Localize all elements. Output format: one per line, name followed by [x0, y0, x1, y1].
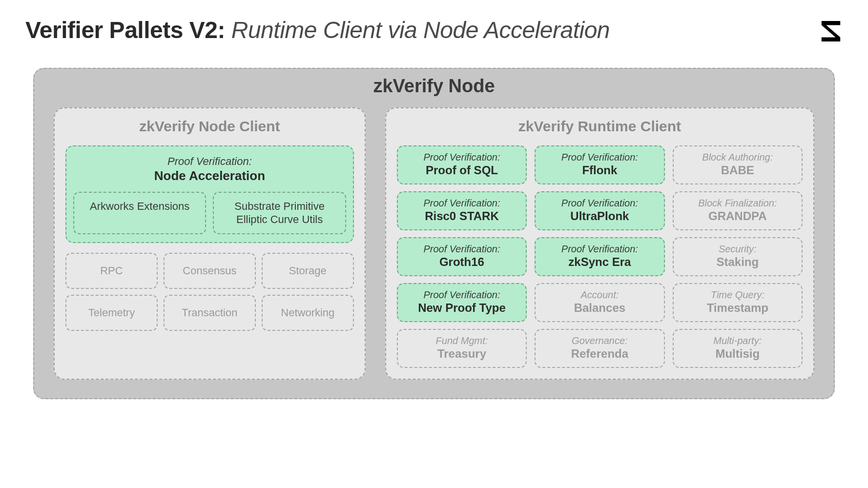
runtime-cell: Proof Verification:New Proof Type [397, 283, 527, 322]
runtime-cell: Governance:Referenda [535, 329, 664, 368]
node-acceleration-pre: Proof Verification: [73, 155, 346, 168]
node-client-title: zkVerify Node Client [65, 118, 354, 135]
node-client-grey-grid: RPC Consensus Storage Telemetry Transact… [65, 253, 354, 331]
runtime-cell-pre: Proof Verification: [402, 289, 522, 301]
svg-marker-0 [822, 21, 840, 41]
runtime-cell-main: Multisig [678, 346, 798, 361]
runtime-cell-main: Proof of SQL [402, 163, 522, 178]
transaction-cell: Transaction [164, 295, 256, 331]
runtime-cell: Proof Verification:Risc0 STARK [397, 191, 527, 230]
node-client-panel: zkVerify Node Client Proof Verification:… [54, 107, 366, 380]
runtime-cell: Multi-party:Multisig [673, 329, 803, 368]
page-title: Verifier Pallets V2: Runtime Client via … [25, 17, 610, 43]
runtime-cell: Block Finalization:GRANDPA [673, 191, 803, 230]
runtime-cell-pre: Time Query: [678, 289, 798, 301]
runtime-client-title: zkVerify Runtime Client [397, 118, 803, 135]
runtime-cell-pre: Proof Verification: [402, 243, 522, 255]
runtime-cell-main: Risc0 STARK [402, 209, 522, 224]
rpc-cell: RPC [65, 253, 158, 289]
title-bold: Verifier Pallets V2: [25, 17, 225, 43]
node-acceleration-block: Proof Verification: Node Acceleration Ar… [65, 145, 354, 243]
runtime-cell: Block Authoring:BABE [673, 145, 803, 184]
consensus-cell: Consensus [164, 253, 256, 289]
runtime-cell-pre: Governance: [539, 335, 660, 346]
telemetry-cell: Telemetry [65, 295, 158, 331]
node-acceleration-subs: Arkworks Extensions Substrate Primitive … [73, 192, 346, 234]
arkworks-extensions: Arkworks Extensions [73, 192, 206, 234]
runtime-cell-main: UltraPlonk [539, 209, 660, 224]
networking-cell: Networking [262, 295, 354, 331]
runtime-cell: Proof Verification:UltraPlonk [535, 191, 664, 230]
runtime-cell-main: Treasury [402, 346, 522, 361]
header: Verifier Pallets V2: Runtime Client via … [25, 17, 843, 43]
runtime-cell-main: Groth16 [402, 255, 522, 269]
storage-cell: Storage [262, 253, 354, 289]
runtime-grid: Proof Verification:Proof of SQLProof Ver… [397, 145, 803, 368]
zkverify-node-title: zkVerify Node [54, 76, 814, 97]
runtime-cell: Fund Mgmt:Treasury [397, 329, 527, 368]
runtime-cell-pre: Block Authoring: [678, 151, 798, 163]
node-acceleration-main: Node Acceleration [73, 168, 346, 184]
runtime-cell-main: Balances [539, 301, 660, 315]
runtime-cell-pre: Proof Verification: [402, 151, 522, 163]
runtime-cell-main: zkSync Era [539, 255, 660, 269]
zkverify-node-panel: zkVerify Node zkVerify Node Client Proof… [33, 68, 835, 399]
columns: zkVerify Node Client Proof Verification:… [54, 107, 814, 380]
runtime-cell-pre: Proof Verification: [539, 243, 660, 255]
runtime-client-panel: zkVerify Runtime Client Proof Verificati… [385, 107, 814, 380]
runtime-cell-pre: Security: [678, 243, 798, 255]
runtime-cell-main: Referenda [539, 346, 660, 361]
runtime-cell: Proof Verification:Groth16 [397, 237, 527, 276]
runtime-cell: Proof Verification:zkSync Era [535, 237, 664, 276]
runtime-cell-main: Staking [678, 255, 798, 269]
title-italic: Runtime Client via Node Acceleration [231, 17, 610, 43]
runtime-cell: Time Query:Timestamp [673, 283, 803, 322]
runtime-cell-pre: Proof Verification: [539, 151, 660, 163]
runtime-cell-main: Timestamp [678, 301, 798, 315]
hourglass-logo-icon [819, 20, 843, 43]
node-acceleration-head: Proof Verification: Node Acceleration [73, 155, 346, 184]
runtime-cell: Proof Verification:Fflonk [535, 145, 664, 184]
runtime-cell: Account:Balances [535, 283, 664, 322]
runtime-cell-main: GRANDPA [678, 209, 798, 224]
runtime-cell-pre: Proof Verification: [402, 197, 522, 209]
runtime-cell-main: Fflonk [539, 163, 660, 178]
substrate-primitive-utils: Substrate Primitive Elliptic Curve Utils [213, 192, 346, 234]
runtime-cell-pre: Fund Mgmt: [402, 335, 522, 346]
runtime-cell: Security:Staking [673, 237, 803, 276]
runtime-cell-pre: Account: [539, 289, 660, 301]
runtime-cell: Proof Verification:Proof of SQL [397, 145, 527, 184]
runtime-cell-pre: Block Finalization: [678, 197, 798, 209]
runtime-cell-pre: Multi-party: [678, 335, 798, 346]
runtime-cell-pre: Proof Verification: [539, 197, 660, 209]
runtime-cell-main: BABE [678, 163, 798, 178]
runtime-cell-main: New Proof Type [402, 301, 522, 315]
